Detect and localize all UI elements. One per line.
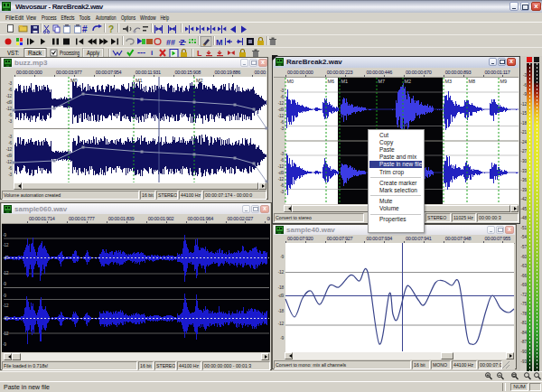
svg-text:Effects: Effects xyxy=(61,14,75,21)
svg-text:Rack: Rack xyxy=(28,50,42,56)
svg-text:##: ## xyxy=(166,38,175,47)
svg-text:i: i xyxy=(151,49,153,57)
svg-text:Processing: Processing xyxy=(60,50,79,57)
svg-text:?: ? xyxy=(108,24,114,34)
svg-text:Tools: Tools xyxy=(79,14,91,21)
svg-text:View: View xyxy=(26,14,37,21)
svg-text:Options: Options xyxy=(121,14,136,22)
svg-text:#: # xyxy=(82,24,88,34)
svg-text:M: M xyxy=(216,38,223,47)
svg-text:File: File xyxy=(5,14,14,21)
svg-text:Automation: Automation xyxy=(96,14,117,21)
svg-text:L: L xyxy=(197,49,202,58)
svg-text:Apply: Apply xyxy=(87,50,99,57)
svg-text:Edit: Edit xyxy=(15,14,24,21)
svg-text:Help: Help xyxy=(161,14,170,22)
svg-text:---: --- xyxy=(137,48,145,57)
svg-text:VST:: VST: xyxy=(7,50,19,56)
svg-text:Window: Window xyxy=(140,14,156,21)
svg-text:Process: Process xyxy=(42,14,57,21)
